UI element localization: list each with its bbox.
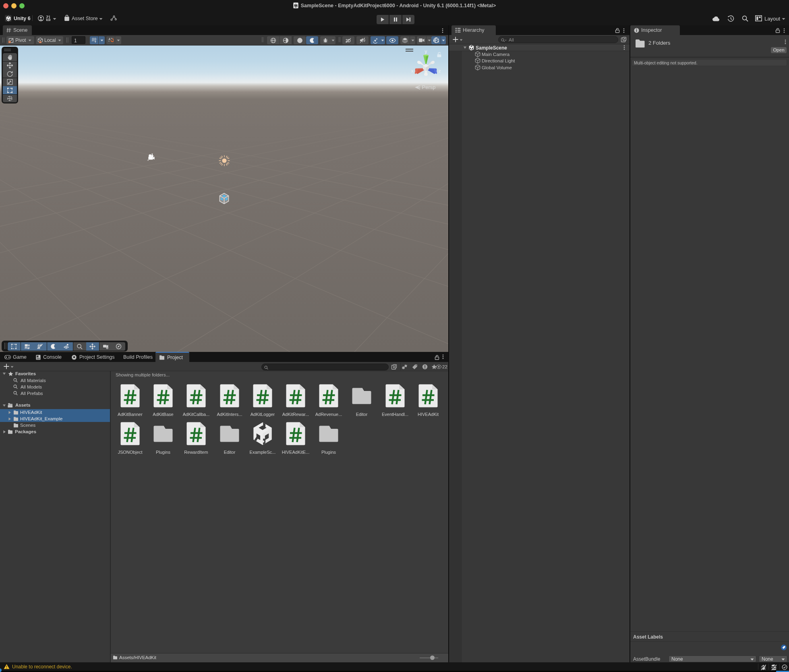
svg-text:y: y bbox=[425, 49, 427, 54]
svg-text:x: x bbox=[411, 68, 414, 73]
svg-text:Y: Y bbox=[94, 40, 97, 43]
svg-text:z: z bbox=[439, 68, 441, 73]
